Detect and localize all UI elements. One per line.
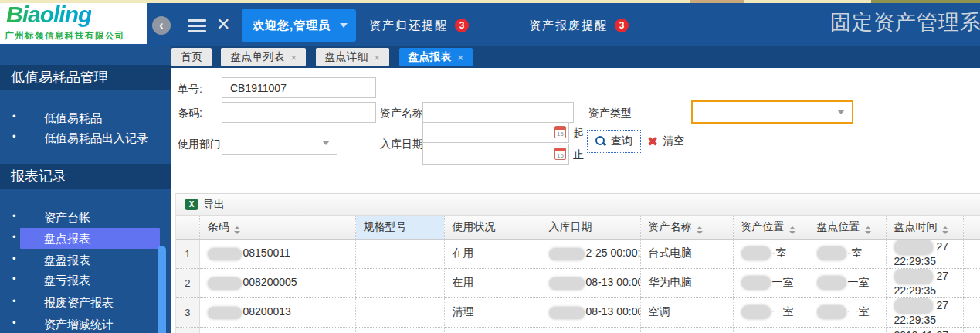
asset-name-label: 资产名称: bbox=[380, 107, 426, 121]
redaction-blob bbox=[208, 248, 242, 260]
header-rownum bbox=[176, 216, 199, 239]
sidebar-item-inventory-report[interactable]: • 盘点报表 bbox=[0, 228, 171, 249]
notif-label: 资产归还提醒 bbox=[369, 19, 448, 33]
tab-close-icon[interactable]: × bbox=[290, 52, 297, 63]
header-spec-model[interactable]: 规格型号 bbox=[355, 216, 444, 239]
sidebar-item-scrap-asset-report[interactable]: • 报废资产报表 bbox=[0, 292, 171, 313]
tab-home[interactable]: 首页 bbox=[171, 48, 212, 66]
bullet-icon: • bbox=[12, 110, 16, 122]
barcode-label: 条码: bbox=[178, 107, 202, 121]
sidebar-item-consumables-io-records[interactable]: • 低值易耗品出入记录 bbox=[0, 127, 171, 148]
department-select[interactable] bbox=[222, 131, 337, 155]
main-content: 单号: 条码: 资产名称: 资产类型 使用部门: 入库日期: 15 15 起 止… bbox=[171, 68, 980, 333]
table-header-row: 条码 规格型号 使用状况 入库日期 资产名称 资产位置 盘点位置 盘点时间 bbox=[176, 216, 980, 239]
table-row[interactable]: 2 008200005 在用 08-13 00:00:00 华为电脑 一室 一室… bbox=[176, 268, 980, 297]
caret-down-icon bbox=[837, 110, 845, 114]
redaction-blob bbox=[817, 305, 846, 319]
sidebar-collapse-button[interactable]: ‹ bbox=[152, 16, 171, 35]
bullet-icon: • bbox=[12, 273, 16, 284]
caret-down-icon bbox=[322, 141, 330, 145]
sidebar-item-loss-report[interactable]: • 盘亏报表 bbox=[0, 270, 171, 291]
redaction-blob bbox=[817, 246, 846, 260]
header-check-time[interactable]: 盘点时间 bbox=[886, 216, 963, 239]
sidebar-item-consumables[interactable]: • 低值易耗品 bbox=[0, 107, 171, 128]
sidebar-nav: 低值易耗品管理 • 低值易耗品 • 低值易耗品出入记录 报表记录 • 资产台帐 … bbox=[0, 46, 171, 333]
header-barcode[interactable]: 条码 bbox=[199, 216, 355, 239]
tab-bar: 首页 盘点单列表 × 盘点详细 × 盘点报表 × bbox=[171, 46, 980, 68]
asset-name-input[interactable] bbox=[422, 102, 574, 123]
table-row[interactable]: 2019-11-27 bbox=[176, 327, 980, 333]
bullet-icon: • bbox=[12, 210, 16, 222]
sort-icon bbox=[942, 226, 948, 234]
bullet-icon: • bbox=[12, 131, 16, 142]
bullet-icon: • bbox=[12, 317, 16, 328]
barcode-input[interactable] bbox=[222, 102, 376, 123]
header-asset-location[interactable]: 资产位置 bbox=[733, 216, 809, 239]
date-from-input[interactable]: 15 bbox=[422, 122, 569, 143]
notification-badge: 3 bbox=[615, 19, 629, 32]
tab-inventory-detail[interactable]: 盘点详细 × bbox=[316, 48, 390, 66]
redaction-blob bbox=[549, 307, 585, 319]
sort-icon bbox=[234, 226, 240, 234]
tab-inventory-list[interactable]: 盘点单列表 × bbox=[221, 48, 306, 66]
asset-type-select[interactable] bbox=[691, 100, 853, 124]
redaction-blob bbox=[817, 276, 846, 290]
redaction-blob bbox=[208, 307, 242, 319]
redaction-blob bbox=[894, 269, 933, 284]
chevron-left-icon: ‹ bbox=[159, 19, 163, 32]
top-header-bar: Biaoling 广州标领信息科技有限公司 ‹ ✕ 欢迎您,管理员 资产归还提醒… bbox=[0, 3, 980, 46]
clear-button[interactable]: ✖ 清空 bbox=[647, 131, 684, 151]
sidebar-item-surplus-report[interactable]: • 盘盈报表 bbox=[0, 250, 171, 270]
redaction-blob bbox=[549, 248, 585, 260]
report-table: 条码 规格型号 使用状况 入库日期 资产名称 资产位置 盘点位置 盘点时间 1 … bbox=[176, 216, 980, 333]
sidebar-item-asset-change-stats[interactable]: • 资产增减统计 bbox=[0, 314, 171, 333]
sidebar-section-consumables[interactable]: 低值易耗品管理 bbox=[0, 65, 171, 90]
order-no-input[interactable] bbox=[222, 77, 376, 98]
tab-close-icon[interactable]: × bbox=[458, 52, 464, 63]
sort-icon bbox=[789, 226, 795, 234]
menu-hamburger-icon[interactable] bbox=[188, 19, 206, 32]
header-storage-date[interactable]: 入库日期 bbox=[541, 216, 640, 239]
notif-label: 资产报废提醒 bbox=[529, 19, 608, 33]
sidebar-section-reports[interactable]: 报表记录 bbox=[0, 164, 171, 189]
excel-icon: X bbox=[185, 199, 198, 210]
redaction-blob bbox=[208, 277, 242, 290]
tab-inventory-report[interactable]: 盘点报表 × bbox=[399, 48, 473, 66]
redaction-blob bbox=[894, 298, 933, 314]
user-welcome-dropdown[interactable]: 欢迎您,管理员 bbox=[242, 9, 356, 42]
asset-return-reminder[interactable]: 资产归还提醒 3 bbox=[369, 16, 469, 35]
logo-panel: Biaoling 广州标领信息科技有限公司 bbox=[0, 3, 147, 44]
table-row[interactable]: 1 08150011 在用 2-25 00:00:00 台式电脑 -室 -室 2… bbox=[176, 239, 980, 268]
asset-type-label: 资产类型 bbox=[588, 107, 632, 121]
order-no-label: 单号: bbox=[178, 83, 202, 97]
department-label: 使用部门: bbox=[178, 138, 224, 151]
calendar-icon[interactable]: 15 bbox=[554, 148, 566, 160]
header-asset-name[interactable]: 资产名称 bbox=[640, 216, 733, 239]
app-title: 固定资产管理系统 bbox=[830, 8, 980, 39]
sort-icon bbox=[697, 226, 703, 234]
date-from-suffix: 起 bbox=[573, 127, 584, 141]
redaction-blob bbox=[549, 277, 585, 290]
export-button[interactable]: X 导出 bbox=[185, 198, 225, 212]
header-filler bbox=[963, 216, 980, 239]
calendar-icon[interactable]: 15 bbox=[554, 126, 566, 138]
tab-close-icon[interactable]: × bbox=[375, 52, 381, 63]
query-button[interactable]: 查询 bbox=[587, 130, 641, 153]
header-usage-status[interactable]: 使用状况 bbox=[444, 216, 541, 239]
search-icon bbox=[595, 136, 606, 147]
sidebar-item-asset-ledger[interactable]: • 资产台帐 bbox=[0, 207, 171, 228]
close-icon[interactable]: ✕ bbox=[216, 15, 230, 35]
caret-down-icon bbox=[340, 23, 348, 28]
inventory-report-grid: X 导出 条码 规格型号 使用状况 入库日期 资产名称 资产位置 盘点位置 盘点… bbox=[175, 193, 980, 333]
clear-x-icon: ✖ bbox=[647, 135, 658, 148]
redaction-blob bbox=[741, 305, 771, 319]
redaction-blob bbox=[741, 246, 771, 260]
asset-scrap-reminder[interactable]: 资产报废提醒 3 bbox=[529, 16, 629, 35]
table-row[interactable]: 3 08200013 清理 08-13 00:00:00 空调 一室 一室 27… bbox=[176, 297, 980, 327]
date-to-input[interactable]: 15 bbox=[422, 144, 569, 165]
brand-company-name: 广州标领信息科技有限公司 bbox=[5, 30, 125, 42]
header-check-location[interactable]: 盘点位置 bbox=[809, 216, 886, 239]
sidebar-scrollbar-thumb[interactable] bbox=[158, 246, 166, 333]
redaction-blob bbox=[741, 276, 771, 290]
bullet-icon: • bbox=[12, 295, 16, 307]
